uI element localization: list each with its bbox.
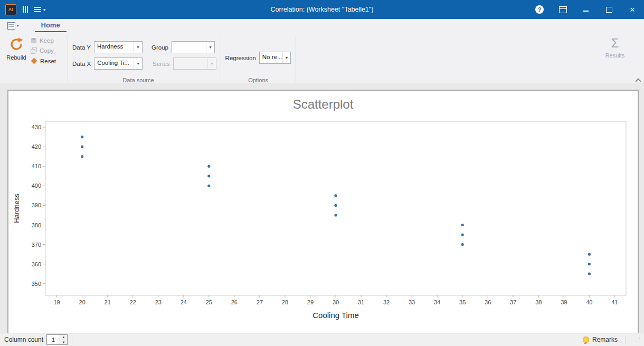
data-y-combobox[interactable]: Hardness ▼	[94, 41, 143, 53]
regression-combobox[interactable]: No re... ▼	[259, 52, 291, 64]
window-layout-icon	[559, 6, 567, 13]
svg-text:34: 34	[434, 299, 440, 305]
svg-text:370: 370	[32, 242, 41, 248]
reset-diamond-icon	[31, 57, 37, 64]
results-button[interactable]: Σ Results	[603, 35, 627, 85]
rebuild-button[interactable]: Rebuild	[4, 35, 29, 85]
svg-text:29: 29	[307, 299, 314, 305]
spinner-down-button[interactable]: ▼	[60, 340, 67, 345]
group-combobox[interactable]: ▼	[172, 41, 215, 53]
column-count-label: Column count	[0, 336, 46, 343]
ribbon-separator	[68, 36, 68, 82]
svg-text:Hardness: Hardness	[13, 194, 21, 223]
pause-bars-icon[interactable]	[23, 6, 28, 13]
maximize-button[interactable]	[598, 0, 621, 19]
column-count-value[interactable]: 1	[47, 335, 60, 344]
series-value	[174, 58, 178, 69]
chevron-down-icon[interactable]: ▼	[206, 42, 214, 53]
report-workspace: Scatterplot 1920212223242526272829303132…	[0, 83, 644, 333]
chevron-down-icon[interactable]: ▼	[282, 52, 290, 63]
options-group: Regression No re... ▼ Options	[225, 35, 291, 85]
series-combobox[interactable]: ▼	[173, 57, 216, 70]
edit-buttons-group: Keep Copy Reset	[31, 35, 63, 85]
window-controls: ? ✕	[528, 0, 644, 19]
close-button[interactable]: ✕	[621, 0, 644, 19]
quick-access-menu[interactable]: ▾	[34, 6, 45, 13]
reset-button[interactable]: Reset	[31, 57, 63, 64]
rebuild-refresh-icon	[9, 37, 24, 52]
svg-text:39: 39	[561, 299, 567, 305]
spinner-up-button[interactable]: ▲	[60, 335, 67, 340]
svg-text:28: 28	[282, 299, 288, 305]
svg-text:380: 380	[32, 222, 41, 228]
copy-label: Copy	[40, 47, 54, 54]
maximize-icon	[606, 7, 612, 13]
ribbon-separator	[221, 36, 221, 82]
svg-text:21: 21	[105, 299, 111, 305]
regression-value: No re...	[260, 52, 282, 63]
lightbulb-icon	[583, 337, 589, 343]
tab-home[interactable]: Home	[35, 20, 67, 32]
svg-text:40: 40	[586, 299, 592, 305]
group-label: Group	[151, 44, 168, 51]
chevron-down-icon[interactable]: ▼	[134, 42, 142, 53]
svg-text:20: 20	[79, 299, 86, 305]
group-series-fields: Group ▼ Series ▼	[151, 35, 216, 85]
minimize-icon	[583, 11, 589, 12]
svg-text:430: 430	[32, 124, 41, 130]
quick-access-toolbar: At ▾	[0, 4, 45, 15]
app-icon[interactable]: At	[5, 4, 16, 15]
scatter-plot: 1920212223242526272829303132333435363738…	[12, 114, 634, 323]
svg-text:19: 19	[53, 299, 60, 305]
collapse-ribbon-button[interactable]	[636, 78, 640, 82]
svg-text:35: 35	[459, 299, 466, 305]
resize-grip[interactable]: ⋰	[633, 337, 644, 343]
chart-title: Scatterplot	[8, 91, 638, 114]
chevron-down-icon: ▾	[43, 7, 45, 12]
data-y-label: Data Y	[72, 44, 91, 51]
svg-text:25: 25	[206, 299, 212, 305]
scatterplot-panel[interactable]: Scatterplot 1920212223242526272829303132…	[7, 90, 639, 334]
window-layout-button[interactable]	[551, 0, 574, 19]
svg-text:23: 23	[155, 299, 162, 305]
results-label: Results	[605, 52, 625, 59]
svg-text:360: 360	[32, 261, 41, 267]
data-x-value: Cooling Ti...	[94, 58, 131, 69]
svg-text:400: 400	[32, 182, 41, 189]
svg-text:38: 38	[535, 299, 542, 305]
ribbon-separator	[296, 36, 296, 82]
svg-text:41: 41	[611, 299, 618, 305]
data-x-combobox[interactable]: Cooling Ti... ▼	[94, 57, 143, 70]
svg-text:24: 24	[181, 299, 187, 305]
svg-text:350: 350	[32, 281, 41, 287]
report-layout-icon	[7, 22, 15, 30]
svg-text:Cooling Time: Cooling Time	[312, 311, 359, 320]
svg-text:31: 31	[358, 299, 364, 305]
keep-button[interactable]: Keep	[31, 37, 63, 44]
titlebar: At ▾ Correlation: (Worksheet "Tabelle1")…	[0, 0, 644, 19]
rebuild-label: Rebuild	[6, 54, 26, 61]
svg-text:33: 33	[409, 299, 415, 305]
statusbar-separator	[625, 335, 626, 344]
svg-text:37: 37	[510, 299, 516, 305]
chevron-down-icon[interactable]: ▼	[134, 58, 142, 69]
svg-text:22: 22	[130, 299, 136, 305]
data-x-label: Data X	[72, 61, 91, 67]
help-button[interactable]: ?	[528, 0, 551, 19]
chevron-down-icon: ▼	[207, 58, 216, 69]
copy-icon	[31, 47, 37, 54]
save-icon	[31, 37, 37, 44]
svg-text:32: 32	[383, 299, 390, 305]
sigma-icon: Σ	[611, 37, 619, 50]
remarks-toggle[interactable]: Remarks	[592, 336, 618, 343]
reset-label: Reset	[40, 58, 56, 64]
minimize-button[interactable]	[574, 0, 598, 19]
hamburger-icon	[34, 6, 41, 13]
ribbon-tabs: ▾ Home	[0, 19, 644, 33]
regression-label: Regression	[225, 55, 256, 61]
svg-text:30: 30	[333, 299, 339, 305]
column-count-spinner[interactable]: 1 ▲ ▼	[46, 334, 68, 345]
ribbon-body: Rebuild Keep Copy Reset	[0, 33, 644, 85]
report-menu-button[interactable]: ▾	[7, 22, 19, 30]
copy-button[interactable]: Copy	[31, 47, 63, 54]
